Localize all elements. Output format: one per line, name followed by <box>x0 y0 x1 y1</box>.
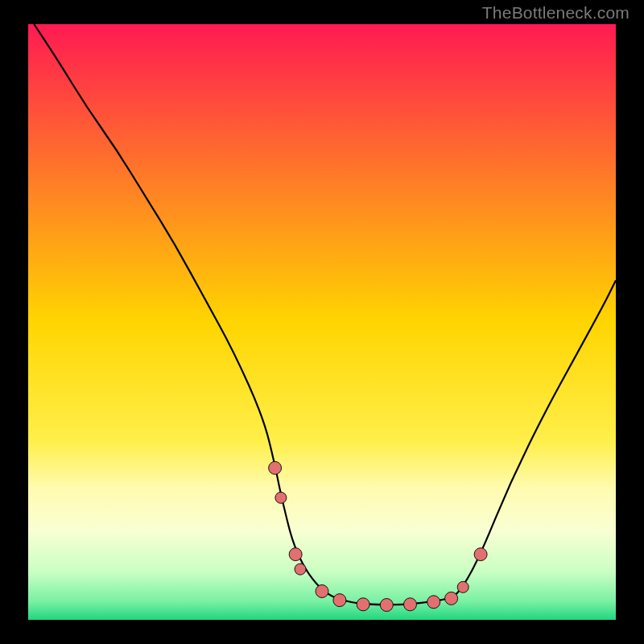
highlight-dot <box>295 564 306 575</box>
highlight-dot <box>289 548 302 561</box>
highlight-dot <box>404 598 417 611</box>
highlight-dot <box>333 594 346 607</box>
highlight-dot <box>427 596 440 609</box>
highlight-dot <box>457 581 469 592</box>
highlight-dot <box>316 584 328 597</box>
watermark-text: TheBottleneck.com <box>482 3 630 23</box>
highlight-dot <box>275 492 287 503</box>
highlight-dot <box>474 548 487 561</box>
highlight-dot <box>357 598 369 611</box>
highlight-dot <box>445 592 458 605</box>
highlight-dot <box>269 461 282 474</box>
chart-frame: TheBottleneck.com <box>0 0 644 644</box>
highlight-dot <box>380 599 393 612</box>
plot-background <box>28 24 616 620</box>
bottleneck-chart <box>0 0 644 644</box>
